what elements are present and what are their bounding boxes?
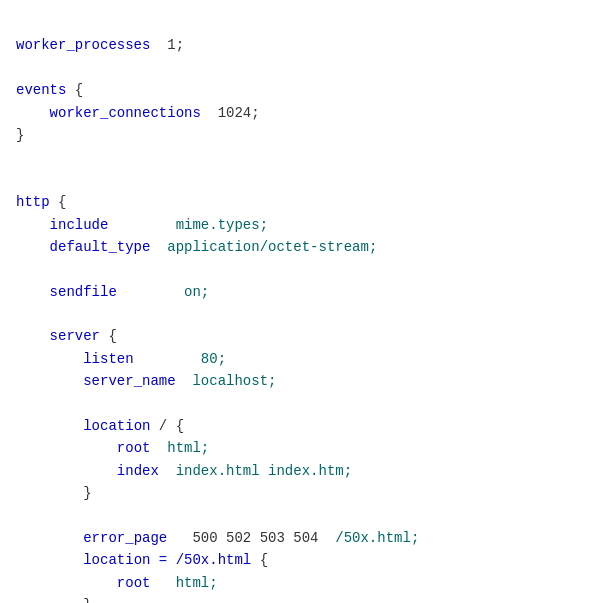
code-token: { bbox=[66, 82, 83, 98]
code-token bbox=[16, 463, 117, 479]
code-token: { bbox=[100, 328, 117, 344]
code-token: server_name bbox=[83, 373, 175, 389]
code-line: root html; bbox=[16, 437, 583, 459]
code-display: worker_processes 1; events { worker_conn… bbox=[16, 12, 583, 603]
code-token: /50x.html; bbox=[335, 530, 419, 546]
code-token bbox=[16, 418, 83, 434]
code-line: index index.html index.htm; bbox=[16, 460, 583, 482]
code-token bbox=[150, 575, 175, 591]
code-token bbox=[16, 284, 50, 300]
code-token: root bbox=[117, 575, 151, 591]
code-token bbox=[16, 575, 117, 591]
code-token bbox=[16, 351, 83, 367]
code-token bbox=[16, 239, 50, 255]
code-token: mime.types; bbox=[176, 217, 268, 233]
code-line: sendfile on; bbox=[16, 281, 583, 303]
code-line bbox=[16, 169, 583, 191]
code-token: 1; bbox=[150, 37, 184, 53]
code-token: html; bbox=[167, 440, 209, 456]
code-token bbox=[16, 328, 50, 344]
code-line bbox=[16, 393, 583, 415]
code-token bbox=[159, 463, 176, 479]
code-line: location = /50x.html { bbox=[16, 549, 583, 571]
code-token: 80; bbox=[201, 351, 226, 367]
code-token: html; bbox=[176, 575, 218, 591]
code-line: default_type application/octet-stream; bbox=[16, 236, 583, 258]
code-token: root bbox=[117, 440, 151, 456]
code-token bbox=[16, 217, 50, 233]
code-token bbox=[16, 373, 83, 389]
code-token: events bbox=[16, 82, 66, 98]
code-token bbox=[108, 217, 175, 233]
code-token: include bbox=[50, 217, 109, 233]
code-token: 500 502 503 504 bbox=[167, 530, 335, 546]
code-line: events { bbox=[16, 79, 583, 101]
code-line: } bbox=[16, 594, 583, 603]
code-token: default_type bbox=[50, 239, 151, 255]
code-line: server { bbox=[16, 325, 583, 347]
code-token bbox=[16, 440, 117, 456]
code-token: server bbox=[50, 328, 100, 344]
code-line: location / { bbox=[16, 415, 583, 437]
code-line: worker_processes 1; bbox=[16, 34, 583, 56]
code-line bbox=[16, 57, 583, 79]
code-token: location bbox=[83, 418, 150, 434]
code-token: 1024; bbox=[201, 105, 260, 121]
code-line: listen 80; bbox=[16, 348, 583, 370]
code-token: index.html index.htm; bbox=[176, 463, 352, 479]
code-line: } bbox=[16, 482, 583, 504]
code-token: } bbox=[83, 485, 91, 501]
code-token bbox=[16, 552, 83, 568]
code-token: application/octet-stream; bbox=[167, 239, 377, 255]
code-line: include mime.types; bbox=[16, 214, 583, 236]
code-token: localhost; bbox=[192, 373, 276, 389]
code-token bbox=[134, 351, 201, 367]
code-line: } bbox=[16, 124, 583, 146]
code-line: server_name localhost; bbox=[16, 370, 583, 392]
code-token: location = /50x.html bbox=[83, 552, 251, 568]
code-token: on; bbox=[184, 284, 209, 300]
code-line: http { bbox=[16, 191, 583, 213]
code-token bbox=[16, 485, 83, 501]
code-token: http bbox=[16, 194, 50, 210]
code-line: error_page 500 502 503 504 /50x.html; bbox=[16, 527, 583, 549]
code-token: error_page bbox=[83, 530, 167, 546]
code-token: worker_processes bbox=[16, 37, 150, 53]
code-token bbox=[16, 105, 50, 121]
code-token bbox=[117, 284, 184, 300]
code-token: worker_connections bbox=[50, 105, 201, 121]
code-token: } bbox=[83, 597, 91, 603]
code-token bbox=[150, 239, 167, 255]
code-token: sendfile bbox=[50, 284, 117, 300]
code-line: worker_connections 1024; bbox=[16, 102, 583, 124]
code-token: index bbox=[117, 463, 159, 479]
code-line: root html; bbox=[16, 572, 583, 594]
code-token: { bbox=[251, 552, 268, 568]
code-token bbox=[16, 530, 83, 546]
code-token: } bbox=[16, 127, 24, 143]
code-line bbox=[16, 505, 583, 527]
code-line bbox=[16, 146, 583, 168]
code-token bbox=[16, 597, 83, 603]
code-line bbox=[16, 303, 583, 325]
code-line bbox=[16, 258, 583, 280]
code-token: { bbox=[50, 194, 67, 210]
code-token bbox=[150, 440, 167, 456]
code-token: / { bbox=[150, 418, 184, 434]
code-token: listen bbox=[83, 351, 133, 367]
code-token bbox=[176, 373, 193, 389]
